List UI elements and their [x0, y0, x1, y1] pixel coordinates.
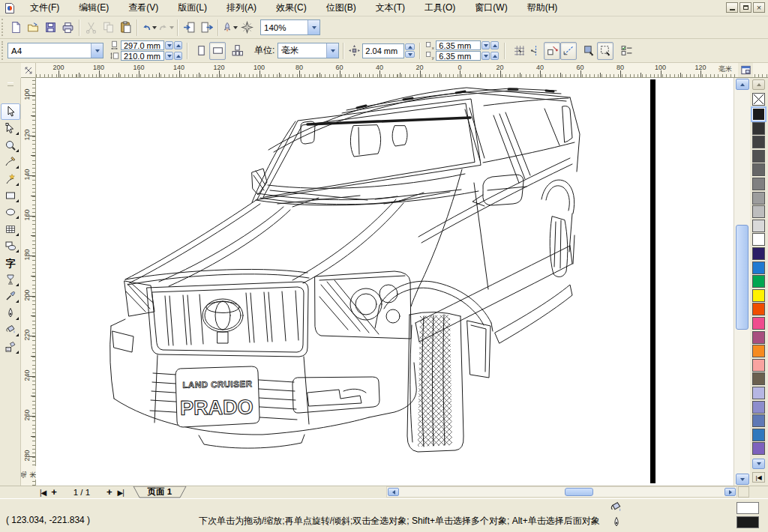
nudge-offset-field[interactable]: 2.04 mm: [362, 43, 404, 58]
close-button[interactable]: ×: [753, 2, 765, 13]
minimize-button[interactable]: [726, 2, 738, 13]
palette-expand-button[interactable]: |◀: [752, 472, 765, 483]
nudge-up-button[interactable]: [405, 43, 415, 50]
dynamic-guides-button[interactable]: [560, 42, 577, 60]
color-swatch-8[interactable]: [752, 220, 765, 232]
vertical-ruler[interactable]: 毫米 100120140160180200220240260280: [21, 78, 36, 486]
color-swatch-13[interactable]: [752, 289, 765, 302]
paper-height-down-button[interactable]: [165, 52, 173, 60]
property-bar-grip[interactable]: [2, 41, 5, 60]
color-swatch-7[interactable]: [752, 205, 765, 218]
menu-item-9[interactable]: 窗口(W): [465, 0, 517, 16]
options-button[interactable]: [618, 42, 634, 60]
menu-item-7[interactable]: 文本(T): [366, 0, 415, 16]
app-launcher-button[interactable]: [221, 19, 238, 37]
graph-paper-tool[interactable]: [1, 221, 20, 238]
color-swatch-12[interactable]: [752, 275, 765, 288]
menu-item-2[interactable]: 查看(V): [118, 0, 168, 16]
new-button[interactable]: [8, 19, 25, 37]
color-swatch-0[interactable]: [752, 108, 765, 121]
paper-height-up-button[interactable]: [174, 52, 182, 60]
duplicate-x-up-button[interactable]: [490, 41, 499, 49]
shape-tool[interactable]: [1, 120, 20, 136]
color-swatch-2[interactable]: [752, 136, 765, 148]
rectangle-tool[interactable]: [1, 187, 20, 204]
color-swatch-17[interactable]: [752, 345, 765, 357]
duplicate-y-field[interactable]: 6.35 mm: [436, 51, 481, 61]
color-swatch-4[interactable]: [752, 163, 765, 176]
paper-type-combo[interactable]: A4: [8, 43, 104, 58]
freehand-tool[interactable]: [1, 154, 20, 170]
cut-button[interactable]: [82, 19, 100, 37]
color-swatch-11[interactable]: [752, 262, 765, 274]
color-swatch-23[interactable]: [752, 429, 765, 441]
toolbar-grip[interactable]: [2, 19, 5, 36]
fill-color-swatch[interactable]: [736, 502, 759, 514]
color-swatch-5[interactable]: [752, 178, 765, 190]
color-swatch-6[interactable]: [752, 192, 765, 205]
duplicate-x-field[interactable]: 6.35 mm: [436, 40, 481, 50]
basic-shapes-tool[interactable]: [1, 238, 20, 254]
paper-width-down-button[interactable]: [165, 41, 173, 49]
eyedropper-tool[interactable]: [1, 288, 20, 304]
outline-color-swatch[interactable]: [736, 516, 759, 528]
color-swatch-15[interactable]: [752, 317, 765, 330]
nudge-down-button[interactable]: [405, 51, 415, 58]
export-button[interactable]: [198, 19, 215, 37]
car-line-art[interactable]: LAND CRUISER PRADO: [45, 78, 652, 486]
outline-tool[interactable]: [1, 305, 20, 321]
page-tab[interactable]: 页面 1: [132, 486, 188, 498]
menu-item-3[interactable]: 版面(L): [168, 0, 217, 16]
paste-button[interactable]: [117, 19, 134, 37]
color-swatch-18[interactable]: [752, 359, 765, 372]
first-page-button[interactable]: |◀: [38, 487, 48, 498]
zoom-level-combo[interactable]: 140%: [260, 19, 320, 35]
undo-button[interactable]: [140, 19, 158, 37]
ellipse-tool[interactable]: [1, 204, 20, 220]
portrait-button[interactable]: [193, 42, 209, 60]
paper-width-up-button[interactable]: [174, 41, 182, 49]
scroll-right-button[interactable]: [724, 488, 736, 496]
fill-tool[interactable]: [1, 321, 20, 338]
menu-item-1[interactable]: 编辑(E): [69, 0, 118, 16]
vertical-scrollbar[interactable]: [734, 78, 750, 486]
color-swatch-3[interactable]: [752, 150, 765, 163]
text-tool[interactable]: [1, 255, 20, 271]
menu-item-5[interactable]: 效果(C): [266, 0, 316, 16]
color-swatch-20[interactable]: [752, 387, 765, 399]
scroll-up-button[interactable]: [736, 79, 749, 90]
copy-button[interactable]: [100, 19, 117, 37]
import-button[interactable]: [181, 19, 198, 37]
units-dropdown-button[interactable]: [326, 43, 338, 58]
corel-online-button[interactable]: [238, 19, 256, 37]
no-color-swatch[interactable]: [752, 93, 765, 106]
paper-type-dropdown-button[interactable]: [91, 43, 103, 58]
snap-to-guidelines-button[interactable]: [527, 42, 544, 60]
color-swatch-16[interactable]: [752, 331, 765, 344]
paper-height-field[interactable]: 210.0 mm: [121, 51, 164, 61]
vertical-scroll-thumb[interactable]: [736, 225, 748, 330]
duplicate-y-up-button[interactable]: [490, 52, 499, 60]
landscape-button[interactable]: [209, 42, 226, 60]
paper-width-field[interactable]: 297.0 mm: [121, 40, 164, 50]
snap-to-grid-button[interactable]: [511, 42, 527, 60]
print-button[interactable]: [59, 19, 76, 37]
menu-item-8[interactable]: 工具(O): [415, 0, 465, 16]
zoom-dropdown-button[interactable]: [308, 20, 320, 34]
color-swatch-10[interactable]: [752, 247, 765, 260]
pick-tool[interactable]: [1, 103, 20, 120]
last-page-button[interactable]: ▶|: [115, 487, 125, 498]
menu-item-10[interactable]: 帮助(H): [518, 0, 568, 16]
redo-button[interactable]: [158, 19, 175, 37]
menu-item-6[interactable]: 位图(B): [316, 0, 366, 16]
horizontal-ruler[interactable]: 毫米 2001801601401201008060402002040608010…: [36, 63, 768, 78]
horizontal-scroll-thumb[interactable]: [565, 488, 593, 496]
interactive-fill-tool[interactable]: [1, 339, 20, 355]
duplicate-y-down-button[interactable]: [482, 52, 490, 60]
drawing-canvas[interactable]: LAND CRUISER PRADO: [36, 78, 734, 486]
menu-item-4[interactable]: 排列(A): [217, 0, 266, 16]
restore-button[interactable]: [740, 2, 752, 13]
scroll-left-button[interactable]: [388, 488, 399, 496]
zoom-tool[interactable]: [1, 137, 20, 154]
color-swatch-22[interactable]: [752, 414, 765, 427]
